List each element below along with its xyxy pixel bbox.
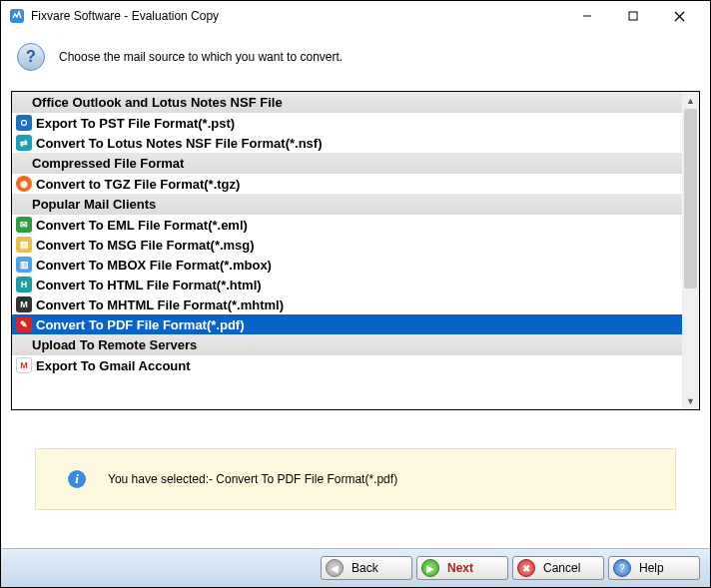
next-label: Next — [447, 561, 473, 575]
cancel-label: Cancel — [543, 561, 580, 575]
help-button[interactable]: ? Help — [608, 556, 700, 580]
format-option-label: Export To PST File Format(*.pst) — [36, 116, 235, 131]
info-text: You have selected:- Convert To PDF File … — [108, 472, 397, 486]
html-icon: H — [16, 277, 32, 293]
next-button[interactable]: ▶ Next — [416, 556, 508, 580]
mbox-icon: ▥ — [16, 257, 32, 273]
scrollbar[interactable]: ▲ ▼ — [682, 92, 699, 409]
question-icon: ? — [17, 43, 45, 71]
format-option-label: Convert To MBOX File Format(*.mbox) — [36, 258, 272, 273]
group-header: Popular Mail Clients — [12, 194, 682, 215]
svg-rect-2 — [629, 12, 637, 20]
format-option-html[interactable]: HConvert To HTML File Format(*.html) — [12, 275, 682, 294]
format-option-label: Convert To EML File Format(*.eml) — [36, 218, 248, 233]
format-option-nsf[interactable]: ⇄Convert To Lotus Notes NSF File Format(… — [12, 133, 682, 153]
format-option-label: Convert To PDF File Format(*.pdf) — [36, 317, 244, 332]
maximize-button[interactable] — [610, 1, 656, 31]
scroll-down-arrow[interactable]: ▼ — [682, 392, 699, 409]
back-label: Back — [352, 561, 378, 575]
scroll-up-arrow[interactable]: ▲ — [682, 92, 699, 109]
format-option-pst[interactable]: OExport To PST File Format(*.pst) — [12, 113, 682, 133]
scroll-thumb[interactable] — [684, 109, 697, 289]
app-icon — [9, 8, 25, 24]
format-option-label: Convert To Lotus Notes NSF File Format(*… — [36, 136, 323, 151]
format-option-label: Convert To MSG File Format(*.msg) — [36, 238, 255, 253]
format-option-tgz[interactable]: ◉Convert to TGZ File Format(*.tgz) — [12, 174, 682, 194]
scroll-track[interactable] — [682, 109, 699, 392]
help-icon: ? — [613, 559, 631, 577]
format-option-label: Convert To HTML File Format(*.html) — [36, 278, 262, 293]
group-header: Upload To Remote Servers — [12, 334, 682, 355]
help-label: Help — [639, 561, 664, 575]
mhtml-icon: M — [16, 296, 32, 312]
window-title: Fixvare Software - Evaluation Copy — [31, 9, 219, 23]
cancel-button[interactable]: ✖ Cancel — [512, 556, 604, 580]
format-option-mbox[interactable]: ▥Convert To MBOX File Format(*.mbox) — [12, 255, 682, 275]
format-option-mhtml[interactable]: MConvert To MHTML File Format(*.mhtml) — [12, 294, 682, 314]
pdf-icon: ✎ — [16, 316, 32, 332]
header: ? Choose the mail source to which you wa… — [1, 31, 710, 91]
header-prompt: Choose the mail source to which you want… — [59, 50, 343, 64]
group-header: Compressed File Format — [12, 153, 682, 174]
format-list: Office Outlook and Lotus Notes NSF FileO… — [11, 91, 700, 410]
format-option-pdf[interactable]: ✎Convert To PDF File Format(*.pdf) — [12, 314, 682, 334]
titlebar: Fixvare Software - Evaluation Copy — [1, 1, 710, 31]
back-arrow-icon: ◀ — [326, 559, 344, 577]
format-option-gmail[interactable]: MExport To Gmail Account — [12, 355, 682, 375]
tgz-icon: ◉ — [16, 176, 32, 192]
back-button[interactable]: ◀ Back — [321, 556, 412, 580]
format-option-eml[interactable]: ✉Convert To EML File Format(*.eml) — [12, 215, 682, 235]
next-arrow-icon: ▶ — [421, 559, 439, 577]
footer: ◀ Back ▶ Next ✖ Cancel ? Help — [1, 548, 710, 587]
group-header: Office Outlook and Lotus Notes NSF File — [12, 92, 682, 113]
format-option-label: Export To Gmail Account — [36, 358, 191, 373]
close-button[interactable] — [656, 1, 702, 31]
gmail-icon: M — [16, 357, 32, 373]
format-option-label: Convert to TGZ File Format(*.tgz) — [36, 177, 240, 192]
eml-icon: ✉ — [16, 217, 32, 233]
info-panel: i You have selected:- Convert To PDF Fil… — [35, 448, 676, 510]
nsf-icon: ⇄ — [16, 135, 32, 151]
format-option-label: Convert To MHTML File Format(*.mhtml) — [36, 297, 284, 312]
info-icon: i — [68, 470, 86, 488]
minimize-button[interactable] — [564, 1, 610, 31]
format-option-msg[interactable]: ▤Convert To MSG File Format(*.msg) — [12, 235, 682, 255]
msg-icon: ▤ — [16, 237, 32, 253]
cancel-icon: ✖ — [517, 559, 535, 577]
pst-icon: O — [16, 115, 32, 131]
